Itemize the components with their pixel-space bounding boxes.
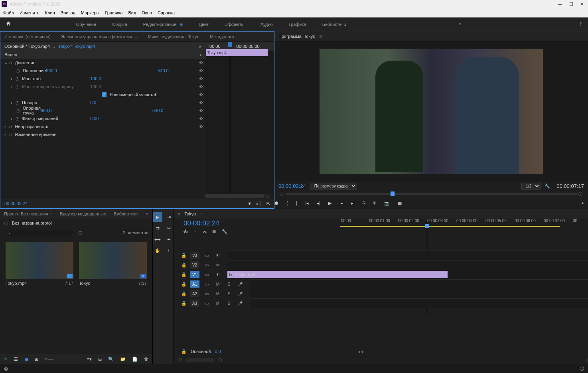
razor-tool-icon[interactable]: ✂	[164, 223, 174, 233]
automate-icon[interactable]: ⊟	[98, 357, 102, 362]
lock-icon[interactable]: 🔒	[181, 291, 187, 296]
sync-lock-icon[interactable]: ▭	[203, 271, 211, 278]
uniform-scale-checkbox[interactable]: ✓	[102, 92, 107, 97]
lock-icon[interactable]: 🔒	[181, 282, 187, 287]
reset-icon[interactable]: ⟲	[199, 60, 203, 65]
ws-libraries[interactable]: Библиотеки	[322, 22, 346, 27]
snap-icon[interactable]: ⁂	[184, 229, 188, 234]
chevron-down-icon[interactable]: ⌄	[52, 44, 56, 49]
eye-icon[interactable]: 👁	[214, 262, 222, 268]
fit-dropdown[interactable]: По размеру кадра	[310, 183, 357, 189]
track-lane[interactable]	[250, 279, 588, 289]
menu-sequence[interactable]: Эпизод	[61, 10, 75, 15]
tab-audio-mixer[interactable]: Микш. аудиоклипа: Tokyo	[148, 34, 199, 39]
track-lane[interactable]	[250, 298, 588, 308]
sort-icon[interactable]: ≡▾	[87, 357, 92, 362]
close-button[interactable]: ✕	[580, 2, 584, 7]
reset-icon[interactable]: ⟲	[199, 108, 203, 113]
scrub-handle[interactable]	[391, 191, 395, 196]
reset-icon[interactable]: ⟲	[199, 76, 203, 81]
chevron-right-icon[interactable]: ›	[11, 76, 16, 81]
timeline-clip[interactable]: fxTokyo.mp4	[227, 271, 448, 278]
mute-icon[interactable]: M	[214, 281, 222, 287]
voiceover-icon[interactable]: 🎤	[236, 290, 244, 297]
lock-icon[interactable]: 🔒	[181, 349, 187, 354]
position-x[interactable]: 960,0	[46, 68, 66, 73]
track-label[interactable]: V3	[190, 252, 199, 259]
tab-libraries[interactable]: Библиотеки	[114, 211, 138, 216]
go-to-in-icon[interactable]: |◂	[305, 201, 309, 206]
pen-tool-icon[interactable]: ✒	[164, 235, 174, 244]
eye-icon[interactable]: 👁	[214, 271, 222, 278]
sync-lock-icon[interactable]: ▭	[203, 300, 211, 306]
maximize-button[interactable]: ☐	[569, 2, 573, 7]
track-label[interactable]: A1	[190, 280, 199, 288]
filter-icon[interactable]: ▼	[247, 201, 252, 206]
tab-media-browser[interactable]: Браузер медиаданных	[60, 211, 106, 216]
stopwatch-icon[interactable]: ◷	[16, 68, 20, 73]
track-select-tool-icon[interactable]: ⇥	[164, 212, 174, 222]
tab-project[interactable]: Проект: Без названия ≡	[4, 211, 52, 216]
ws-editing[interactable]: Редактирование ≡	[143, 22, 183, 27]
scrollbar-vertical[interactable]	[586, 358, 588, 362]
master-value[interactable]: 0,0	[215, 349, 221, 354]
close-tab-icon[interactable]: ×	[178, 211, 180, 216]
solo-icon[interactable]: S	[225, 300, 233, 306]
scroll-end-icon[interactable]	[266, 194, 270, 198]
menu-view[interactable]: Вид	[128, 10, 136, 15]
effect-timeline[interactable]	[206, 51, 274, 194]
timeline-ruler[interactable]: :00:00 00:00:01:00 00:00:02:00 00:00:03:…	[340, 219, 588, 228]
pencil-icon[interactable]: ✎	[4, 357, 8, 362]
new-bin-icon[interactable]: 📁	[120, 357, 126, 362]
position-y[interactable]: 540,0	[158, 68, 178, 73]
play-icon[interactable]: ▶	[328, 201, 331, 206]
lift-icon[interactable]: ⎘	[363, 201, 365, 205]
play-icon[interactable]: ▸	[199, 44, 202, 49]
export-icon[interactable]: ⇱	[266, 201, 270, 206]
slip-tool-icon[interactable]: ⟷	[153, 235, 162, 244]
track-lane[interactable]	[227, 260, 588, 270]
hamburger-icon[interactable]: ≡	[319, 34, 322, 39]
chevron-up-icon[interactable]: ▴	[199, 52, 202, 57]
chevron-right-icon[interactable]: ›	[11, 116, 16, 121]
cc-icon[interactable]: ◎	[4, 366, 8, 371]
program-viewer[interactable]	[274, 41, 588, 182]
add-marker-icon[interactable]: ⬢	[274, 201, 278, 206]
clip-item[interactable]: ▭ Tokyo.mp47:17	[6, 242, 73, 350]
rotation-value[interactable]: 0,0	[90, 100, 110, 105]
export-frame-icon[interactable]: 📷	[384, 201, 390, 206]
master-clip-path[interactable]: Основной * Tokyo.mp4	[4, 44, 50, 49]
stopwatch-icon[interactable]: ◷	[16, 100, 20, 105]
menu-clip[interactable]: Клип	[45, 10, 55, 15]
ws-assembly[interactable]: Сборка	[112, 22, 127, 27]
chevron-right-icon[interactable]: ›	[11, 100, 16, 105]
hamburger-icon[interactable]: ≡	[179, 22, 183, 27]
overflow-icon[interactable]: »	[459, 22, 462, 27]
wrench-icon[interactable]: 🔧	[222, 229, 227, 234]
stopwatch-icon[interactable]: ◷	[16, 116, 20, 121]
scrub-start-icon[interactable]	[280, 192, 284, 196]
track-lane[interactable]	[250, 289, 588, 298]
linked-selection-icon[interactable]: ⫘	[202, 229, 207, 234]
tab-metadata[interactable]: Метаданные	[210, 34, 236, 39]
home-icon[interactable]	[6, 21, 13, 28]
time-remapping-label[interactable]: Изменение времени	[15, 132, 57, 137]
chevron-right-icon[interactable]: ›	[4, 132, 9, 137]
stopwatch-icon[interactable]: ◷	[16, 108, 20, 113]
selection-tool-icon[interactable]: ▶	[153, 212, 162, 222]
menu-window[interactable]: Окно	[142, 10, 152, 15]
go-to-out-icon[interactable]: ▸|	[351, 201, 355, 206]
marker-icon[interactable]: ⬢	[212, 229, 216, 234]
relink-icon[interactable]: ▸◂	[359, 349, 363, 354]
reset-icon[interactable]: ⟲	[199, 116, 203, 121]
sequence-clip-path[interactable]: Tokyo * Tokyo.mp4	[58, 44, 95, 49]
hamburger-icon[interactable]: ≡	[49, 211, 52, 216]
track-label[interactable]: V1	[190, 271, 199, 278]
effect-timecode[interactable]: 00:00:02:24	[4, 201, 28, 206]
eye-icon[interactable]: 👁	[214, 252, 222, 259]
ws-effects[interactable]: Эффекты	[225, 22, 245, 27]
lock-icon[interactable]: 🔒	[181, 301, 187, 306]
work-area-bar[interactable]	[340, 226, 560, 227]
solo-icon[interactable]: S	[225, 290, 233, 297]
track-lane[interactable]	[227, 251, 588, 260]
